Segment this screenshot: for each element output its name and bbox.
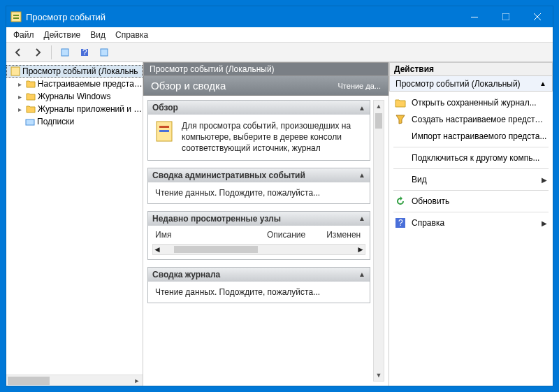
help-button[interactable]: ? xyxy=(77,45,92,60)
action-create-custom-view[interactable]: Создать настраиваемое представ... xyxy=(389,111,553,128)
blank-icon xyxy=(395,174,406,185)
panel-header[interactable]: Сводка журнала ▲ xyxy=(148,268,370,282)
svg-rect-11 xyxy=(11,67,20,75)
submenu-icon: ▶ xyxy=(542,176,547,184)
tree-item-label: Настраиваемые представл xyxy=(38,79,143,89)
overview-text: Для просмотра событий, произошедших на к… xyxy=(182,120,363,154)
panel-title: Сводка административных событий xyxy=(152,170,305,180)
svg-rect-10 xyxy=(101,49,108,56)
svg-text:?: ? xyxy=(398,218,403,228)
back-button[interactable] xyxy=(10,45,26,60)
expand-icon[interactable]: ▸ xyxy=(16,93,24,101)
panel-header[interactable]: Сводка административных событий ▲ xyxy=(148,168,370,182)
subscribe-icon xyxy=(24,116,36,127)
menu-help[interactable]: Справка xyxy=(115,30,148,40)
svg-rect-1 xyxy=(13,15,19,16)
menu-file[interactable]: Файл xyxy=(13,30,34,40)
tree-item-windows[interactable]: ▸ Журналы Windows xyxy=(6,90,143,103)
actions-pane: Действия Просмотр событий (Локальный) ▲ … xyxy=(389,62,553,386)
actions-section[interactable]: Просмотр событий (Локальный) ▲ xyxy=(389,76,553,92)
scroll-right-icon[interactable]: ► xyxy=(356,245,365,254)
tree-item-subs[interactable]: Подписки xyxy=(6,115,143,128)
center-pane: Просмотр событий (Локальный) Обзор и сво… xyxy=(143,62,389,386)
action-help[interactable]: ? Справка ▶ xyxy=(389,215,553,231)
eventviewer-icon xyxy=(10,66,21,77)
tree-hscrollbar[interactable]: ◄ ► xyxy=(6,375,143,386)
forward-button[interactable] xyxy=(30,45,45,60)
collapse-icon[interactable]: ▲ xyxy=(539,80,546,87)
panel-text: Чтение данных. Подождите, пожалуйста... xyxy=(148,282,370,303)
scroll-thumb[interactable] xyxy=(375,113,382,129)
close-button[interactable] xyxy=(521,6,553,27)
action-label: Подключиться к другому компь... xyxy=(412,153,547,163)
scroll-up-icon[interactable]: ▲ xyxy=(374,101,384,112)
action-connect-computer[interactable]: Подключиться к другому компь... xyxy=(389,150,553,166)
panel-recent-nodes: Недавно просмотренные узлы ▲ Имя Описани… xyxy=(147,211,370,260)
svg-rect-15 xyxy=(159,130,169,132)
scroll-right-icon[interactable]: ► xyxy=(131,375,143,386)
panel-overview: Обзор ▲ Для просмотра событий, произошед… xyxy=(147,100,370,161)
maximize-button[interactable] xyxy=(490,6,521,27)
menu-view[interactable]: Вид xyxy=(90,30,106,40)
collapse-icon[interactable]: ▲ xyxy=(358,171,365,179)
properties-button[interactable] xyxy=(57,45,73,60)
action-label: Создать настраиваемое представ... xyxy=(412,115,547,124)
panel-title: Обзор xyxy=(152,103,178,112)
expand-icon[interactable]: ▸ xyxy=(16,106,24,113)
blank-icon xyxy=(395,131,406,142)
panel-title: Сводка журнала xyxy=(152,270,220,280)
action-open-saved-log[interactable]: Открыть сохраненный журнал... xyxy=(389,94,553,111)
panel-header[interactable]: Недавно просмотренные узлы ▲ xyxy=(148,212,370,226)
collapse-icon[interactable]: ▲ xyxy=(358,104,365,112)
collapse-icon[interactable]: ▲ xyxy=(358,215,365,222)
toolbar-separator xyxy=(51,45,52,59)
svg-rect-14 xyxy=(159,126,169,128)
col-desc[interactable]: Описание xyxy=(267,230,305,240)
folder-icon xyxy=(25,103,36,115)
subtitle-label: Обзор и сводка xyxy=(151,80,226,92)
menu-action[interactable]: Действие xyxy=(44,30,81,40)
action-refresh[interactable]: Обновить xyxy=(389,193,553,210)
tree-item-custom[interactable]: ▸ Настраиваемые представл xyxy=(6,78,143,90)
tree-root[interactable]: Просмотр событий (Локальнь xyxy=(6,65,143,78)
submenu-icon: ▶ xyxy=(542,219,547,227)
scroll-thumb[interactable] xyxy=(8,377,50,385)
svg-text:?: ? xyxy=(82,48,87,57)
expand-icon[interactable]: ▸ xyxy=(16,80,24,88)
collapse-icon[interactable]: ▲ xyxy=(358,270,365,278)
tree-item-label: Журналы Windows xyxy=(38,92,110,101)
tree-item-label: Журналы приложений и сл xyxy=(38,104,143,114)
folder-open-icon xyxy=(395,97,406,108)
action-view[interactable]: Вид ▶ xyxy=(389,171,553,188)
col-mod[interactable]: Изменен xyxy=(326,230,361,240)
actions-title-label: Действия xyxy=(394,64,434,74)
action-label: Импорт настраиваемого предста... xyxy=(412,131,547,141)
scroll-down-icon[interactable]: ▼ xyxy=(374,370,384,381)
col-name[interactable]: Имя xyxy=(155,230,246,240)
panel-admin-summary: Сводка административных событий ▲ Чтение… xyxy=(147,168,370,204)
scroll-thumb[interactable] xyxy=(174,246,258,253)
scroll-left-icon[interactable]: ◄ xyxy=(153,245,161,254)
actions-header: Действия xyxy=(389,62,553,76)
nodes-hscrollbar[interactable]: ◄ ► xyxy=(152,244,365,255)
divider xyxy=(393,212,549,212)
svg-rect-4 xyxy=(502,13,509,20)
action-label: Открыть сохраненный журнал... xyxy=(412,98,547,108)
subtitle-status: Чтение да... xyxy=(338,82,381,90)
refresh-button[interactable] xyxy=(96,45,112,60)
center-subheader: Обзор и сводка Чтение да... xyxy=(143,76,389,96)
actions-section-label: Просмотр событий (Локальный) xyxy=(395,79,521,89)
titlebar[interactable]: Просмотр событий xyxy=(6,6,553,27)
blank-icon xyxy=(395,152,406,164)
divider xyxy=(393,190,549,191)
action-label: Справка xyxy=(412,218,536,228)
help-icon: ? xyxy=(395,217,406,228)
center-vscrollbar[interactable]: ▲ ▼ xyxy=(373,100,384,382)
toolbar: ? xyxy=(6,43,553,62)
minimize-button[interactable] xyxy=(458,6,490,27)
action-import-custom-view[interactable]: Импорт настраиваемого предста... xyxy=(389,128,553,145)
panel-log-summary: Сводка журнала ▲ Чтение данных. Подождит… xyxy=(147,267,370,303)
tree-item-apps[interactable]: ▸ Журналы приложений и сл xyxy=(6,103,143,115)
folder-icon xyxy=(25,78,36,89)
panel-header[interactable]: Обзор ▲ xyxy=(148,101,370,115)
